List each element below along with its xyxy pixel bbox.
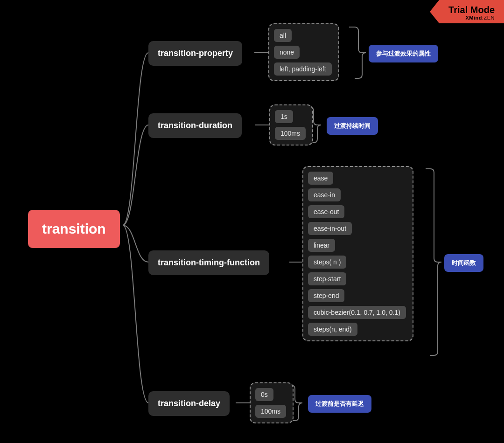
root-node-transition[interactable]: transition: [28, 210, 120, 248]
value-item[interactable]: cubic-bezier(0.1, 0.7, 1.0, 0.1): [308, 306, 406, 319]
annotation-timing: 时间函数: [444, 254, 483, 272]
annotation-text: 参与过渡效果的属性: [376, 50, 431, 57]
value-item[interactable]: linear: [308, 239, 335, 252]
node-transition-delay[interactable]: transition-delay: [148, 391, 230, 416]
node-label: transition-property: [158, 48, 233, 58]
annotation-text: 过渡前是否有延迟: [315, 400, 364, 407]
node-transition-timing-function[interactable]: transition-timing-function: [148, 250, 269, 275]
annotation-property: 参与过渡效果的属性: [369, 45, 438, 62]
value-item[interactable]: 0s: [255, 388, 273, 401]
value-item[interactable]: ease-out: [308, 205, 344, 218]
value-item[interactable]: 100ms: [255, 405, 286, 418]
node-label: transition-duration: [158, 121, 232, 130]
annotation-text: 过渡持续时间: [334, 122, 371, 129]
value-item[interactable]: ease-in: [308, 188, 341, 201]
value-item[interactable]: 100ms: [275, 127, 306, 140]
annotation-duration: 过渡持续时间: [327, 117, 378, 135]
value-item[interactable]: 1s: [275, 110, 293, 123]
node-transition-duration[interactable]: transition-duration: [148, 113, 242, 138]
valgroup-property: all none left, padding-left: [268, 23, 339, 81]
value-item[interactable]: step-end: [308, 289, 344, 302]
node-label: transition-delay: [158, 399, 220, 408]
annotation-text: 时间函数: [452, 259, 476, 266]
valgroup-duration: 1s 100ms: [269, 104, 313, 145]
annotation-delay: 过渡前是否有延迟: [308, 395, 371, 413]
node-transition-property[interactable]: transition-property: [148, 41, 242, 66]
value-item[interactable]: none: [274, 46, 300, 59]
root-label: transition: [42, 221, 106, 236]
value-item[interactable]: left, padding-left: [274, 62, 332, 76]
value-item[interactable]: step-start: [308, 272, 346, 285]
value-item[interactable]: ease: [308, 172, 333, 185]
value-item[interactable]: steps(n, end): [308, 323, 357, 336]
value-item[interactable]: ease-in-out: [308, 222, 352, 235]
value-item[interactable]: steps( n ): [308, 256, 346, 269]
valgroup-delay: 0s 100ms: [250, 382, 294, 423]
mindmap-canvas: Trial Mode XMind:ZEN transition transiti…: [0, 0, 504, 443]
valgroup-timing: ease ease-in ease-out ease-in-out linear…: [302, 166, 413, 341]
value-item[interactable]: all: [274, 29, 292, 42]
node-label: transition-timing-function: [158, 258, 260, 267]
